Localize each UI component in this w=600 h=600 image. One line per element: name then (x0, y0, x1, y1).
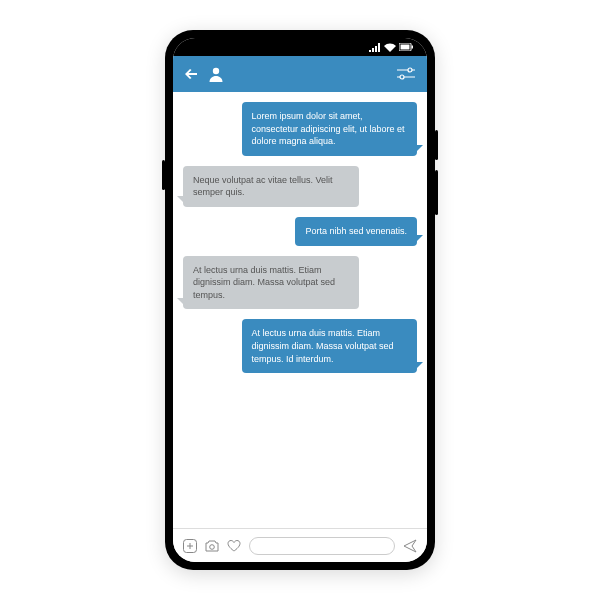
svg-point-9 (210, 544, 215, 549)
message-input[interactable] (249, 537, 395, 555)
messages-list[interactable]: Lorem ipsum dolor sit amet, consectetur … (173, 92, 427, 528)
avatar-icon[interactable] (207, 65, 225, 83)
header-left (185, 65, 225, 83)
filter-settings-icon[interactable] (397, 67, 415, 81)
status-bar (173, 38, 427, 56)
side-button (162, 160, 165, 190)
signal-icon (369, 43, 381, 52)
message-bubble-received[interactable]: Neque volutpat ac vitae tellus. Velit se… (183, 166, 359, 207)
svg-point-7 (400, 75, 404, 79)
message-bubble-received[interactable]: At lectus urna duis mattis. Etiam dignis… (183, 256, 359, 310)
chat-footer (173, 528, 427, 562)
phone-frame: Lorem ipsum dolor sit amet, consectetur … (165, 30, 435, 570)
battery-icon (399, 43, 413, 51)
message-bubble-sent[interactable]: At lectus urna duis mattis. Etiam dignis… (242, 319, 418, 373)
svg-rect-1 (401, 45, 410, 50)
chat-header (173, 56, 427, 92)
heart-icon[interactable] (227, 540, 241, 552)
side-button (435, 130, 438, 160)
send-icon[interactable] (403, 539, 417, 553)
back-arrow-icon[interactable] (185, 66, 197, 82)
side-button (435, 170, 438, 215)
add-icon[interactable] (183, 539, 197, 553)
svg-point-3 (213, 68, 219, 74)
wifi-icon (384, 43, 396, 52)
message-bubble-sent[interactable]: Lorem ipsum dolor sit amet, consectetur … (242, 102, 418, 156)
svg-point-5 (408, 68, 412, 72)
camera-icon[interactable] (205, 540, 219, 552)
message-bubble-sent[interactable]: Porta nibh sed venenatis. (295, 217, 417, 246)
screen: Lorem ipsum dolor sit amet, consectetur … (173, 38, 427, 562)
svg-rect-2 (412, 46, 414, 49)
